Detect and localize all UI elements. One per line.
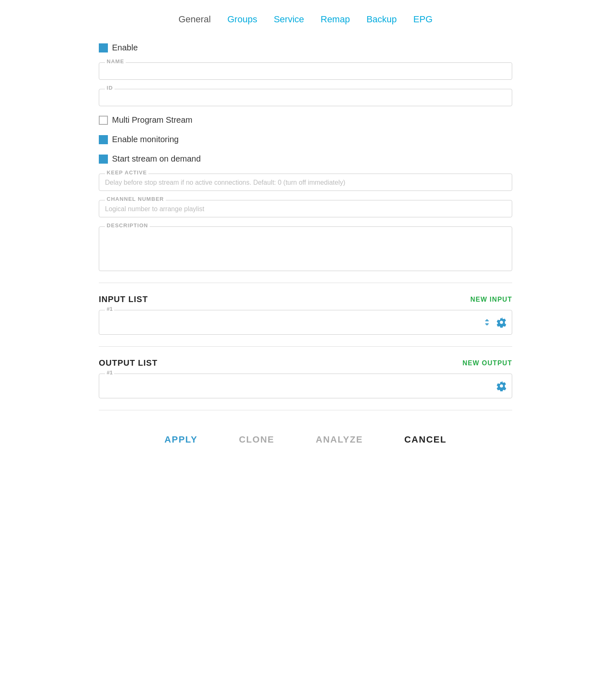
output-item-1-icons [496, 381, 507, 391]
cancel-button[interactable]: CANCEL [400, 431, 451, 448]
bottom-actions: APPLY CLONE ANALYZE CANCEL [99, 431, 512, 461]
output-item-1-input[interactable] [105, 380, 466, 387]
tab-epg[interactable]: EPG [413, 12, 432, 26]
keep-active-field-label: KEEP ACTIVE [105, 169, 148, 176]
separator-2 [99, 346, 512, 347]
enable-label: Enable [112, 43, 138, 52]
output-item-1: #1 [99, 374, 512, 398]
name-input[interactable] [105, 68, 506, 75]
tab-groups[interactable]: Groups [227, 12, 257, 26]
keep-active-input[interactable] [105, 179, 506, 186]
id-input[interactable] [105, 94, 506, 102]
apply-button[interactable]: APPLY [160, 431, 202, 448]
id-field-group: ID [99, 89, 512, 106]
new-input-button[interactable]: NEW INPUT [470, 296, 512, 303]
output-item-1-number: #1 [105, 369, 114, 376]
output-list-header: OUTPUT LIST NEW OUTPUT [99, 358, 512, 368]
clone-button[interactable]: CLONE [235, 431, 279, 448]
input-list-title: INPUT LIST [99, 295, 148, 304]
tab-remap[interactable]: Remap [321, 12, 350, 26]
input-item-1-input[interactable] [105, 316, 454, 324]
analyze-button[interactable]: ANALYZE [312, 431, 367, 448]
tab-service[interactable]: Service [274, 12, 304, 26]
channel-number-input[interactable] [105, 205, 506, 213]
separator-1 [99, 283, 512, 283]
output-list-title: OUTPUT LIST [99, 358, 158, 368]
input-item-1-icons [483, 317, 507, 328]
output-gear-icon[interactable] [496, 381, 507, 391]
enable-monitoring-label: Enable monitoring [112, 135, 179, 144]
new-output-button[interactable]: NEW OUTPUT [463, 360, 512, 367]
id-field-label: ID [105, 85, 115, 91]
description-field-label: DESCRIPTION [105, 222, 150, 229]
description-field-group: DESCRIPTION [99, 226, 512, 271]
tab-general[interactable]: General [179, 12, 211, 26]
gear-icon[interactable] [496, 317, 507, 328]
channel-number-field-group: CHANNEL NUMBER [99, 200, 512, 217]
description-input[interactable] [105, 232, 506, 265]
start-stream-checkbox-row[interactable]: Start stream on demand [99, 154, 512, 164]
input-item-1: #1 [99, 310, 512, 335]
channel-number-field-label: CHANNEL NUMBER [105, 196, 166, 202]
separator-3 [99, 410, 512, 410]
keep-active-field-group: KEEP ACTIVE [99, 174, 512, 191]
name-field-label: NAME [105, 58, 126, 64]
tab-backup[interactable]: Backup [366, 12, 396, 26]
start-stream-label: Start stream on demand [112, 154, 201, 164]
input-item-1-number: #1 [105, 306, 114, 312]
multi-program-label: Multi Program Stream [112, 115, 193, 125]
enable-checkbox-row[interactable]: Enable [99, 43, 512, 52]
enable-monitoring-checkbox-row[interactable]: Enable monitoring [99, 135, 512, 144]
name-field-group: NAME [99, 62, 512, 80]
sort-icon[interactable] [483, 318, 491, 326]
multi-program-checkbox[interactable] [99, 116, 108, 125]
multi-program-checkbox-row[interactable]: Multi Program Stream [99, 115, 512, 125]
nav-tabs: General Groups Service Remap Backup EPG [99, 12, 512, 26]
enable-monitoring-checkbox[interactable] [99, 135, 108, 144]
input-list-header: INPUT LIST NEW INPUT [99, 295, 512, 304]
start-stream-checkbox[interactable] [99, 155, 108, 164]
enable-checkbox[interactable] [99, 43, 108, 52]
